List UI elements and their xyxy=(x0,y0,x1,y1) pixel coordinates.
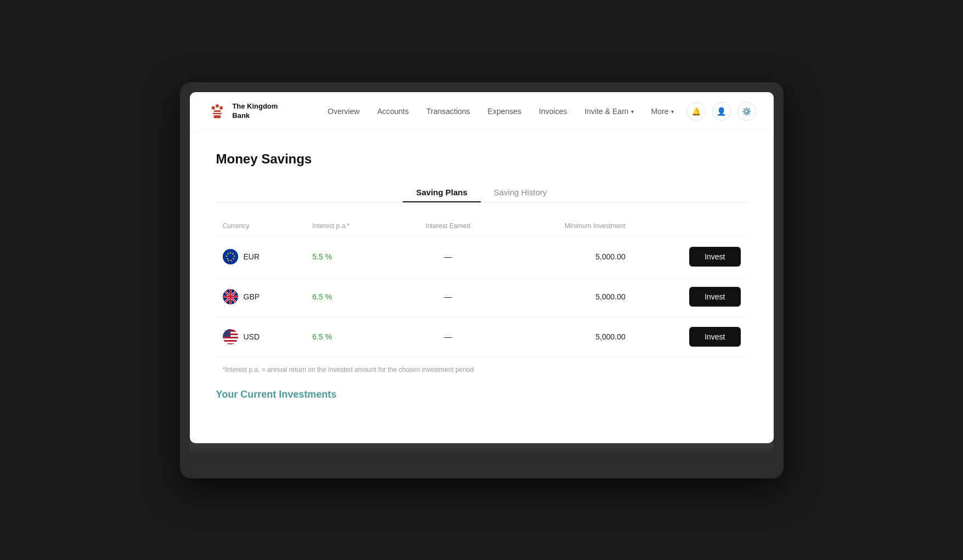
svg-point-9 xyxy=(232,253,233,254)
currency-cell-usd: USD xyxy=(216,316,306,357)
table-row: GBP 6.5 % — 5,000.00 Invest xyxy=(216,276,747,316)
svg-point-13 xyxy=(228,259,229,261)
action-gbp: Invest xyxy=(632,276,747,316)
col-interest-earned: Interest Earned xyxy=(396,218,500,237)
settings-button[interactable]: ⚙️ xyxy=(737,102,756,121)
svg-point-14 xyxy=(227,258,228,259)
navbar: The Kingdom Bank Overview Accounts Trans… xyxy=(190,92,774,132)
chevron-down-icon: ▾ xyxy=(631,109,634,115)
table-row: USD 6.5 % — 5,000.00 Invest xyxy=(216,316,747,357)
chevron-down-icon: ▾ xyxy=(671,109,674,115)
svg-rect-29 xyxy=(223,338,238,340)
min-investment-usd: 5,000.00 xyxy=(500,316,632,357)
svg-point-12 xyxy=(230,259,232,261)
user-icon: 👤 xyxy=(717,107,726,116)
nav-links: Overview Accounts Transactions Expenses … xyxy=(319,103,682,120)
interest-earned-eur: — xyxy=(396,236,500,276)
currency-name-gbp: GBP xyxy=(244,292,260,301)
interest-rate-gbp: 6.5 % xyxy=(306,276,396,316)
nav-invite-earn[interactable]: Invite & Earn ▾ xyxy=(576,103,642,120)
svg-rect-1 xyxy=(216,104,218,107)
usd-flag-icon xyxy=(223,329,238,344)
invest-button-eur[interactable]: Invest xyxy=(689,247,740,267)
nav-expenses[interactable]: Expenses xyxy=(479,103,530,120)
svg-point-10 xyxy=(233,255,234,256)
nav-icons: 🔔 👤 ⚙️ xyxy=(687,102,756,121)
tabs-container: Saving Plans Saving History xyxy=(216,182,747,202)
col-action xyxy=(632,218,747,237)
currency-cell-eur: EUR xyxy=(216,236,306,276)
eur-flag-icon xyxy=(223,249,238,264)
svg-point-7 xyxy=(223,249,238,264)
nav-overview[interactable]: Overview xyxy=(319,103,368,120)
svg-rect-30 xyxy=(223,342,238,343)
logo-text: The Kingdom Bank xyxy=(232,102,297,121)
table-footnote: *Interest p.a. = annual return on the in… xyxy=(216,366,747,374)
tab-saving-history[interactable]: Saving History xyxy=(481,182,560,202)
notification-button[interactable]: 🔔 xyxy=(687,102,706,121)
svg-point-8 xyxy=(229,252,230,253)
table-row: EUR 5.5 % — 5,000.00 Invest xyxy=(216,236,747,276)
gear-icon: ⚙️ xyxy=(742,107,751,116)
flag-gbp xyxy=(223,289,238,304)
svg-rect-2 xyxy=(212,106,215,109)
interest-rate-usd: 6.5 % xyxy=(306,316,396,357)
min-investment-gbp: 5,000.00 xyxy=(500,276,632,316)
current-investments-title: Your Current Investments xyxy=(216,389,747,400)
currency-name-eur: EUR xyxy=(244,252,260,261)
screen: The Kingdom Bank Overview Accounts Trans… xyxy=(190,92,774,443)
svg-rect-3 xyxy=(219,106,222,109)
svg-point-16 xyxy=(227,253,228,254)
col-currency: Currency xyxy=(216,218,306,237)
svg-rect-4 xyxy=(213,110,221,112)
action-eur: Invest xyxy=(632,236,747,276)
interest-earned-usd: — xyxy=(396,316,500,357)
laptop-bottom xyxy=(190,443,774,456)
savings-table: Currency Interest p.a.* Interest Earned … xyxy=(216,218,747,357)
logo-icon xyxy=(207,101,227,121)
svg-point-15 xyxy=(226,255,227,256)
svg-point-11 xyxy=(233,258,234,259)
action-usd: Invest xyxy=(632,316,747,357)
svg-rect-6 xyxy=(213,115,221,118)
nav-accounts[interactable]: Accounts xyxy=(368,103,418,120)
tab-saving-plans[interactable]: Saving Plans xyxy=(403,182,480,202)
col-interest-pa: Interest p.a.* xyxy=(306,218,396,237)
gbp-flag-icon xyxy=(223,289,238,304)
invest-button-usd[interactable]: Invest xyxy=(689,327,740,347)
nav-more[interactable]: More ▾ xyxy=(643,103,683,120)
laptop-frame: The Kingdom Bank Overview Accounts Trans… xyxy=(180,82,784,478)
bell-icon: 🔔 xyxy=(691,107,701,116)
svg-rect-25 xyxy=(223,296,238,297)
profile-button[interactable]: 👤 xyxy=(712,102,731,121)
nav-invoices[interactable]: Invoices xyxy=(530,103,576,120)
min-investment-eur: 5,000.00 xyxy=(500,236,632,276)
invest-button-gbp[interactable]: Invest xyxy=(689,287,740,307)
flag-usd xyxy=(223,329,238,344)
currency-name-usd: USD xyxy=(244,332,260,341)
main-content: Money Savings Saving Plans Saving Histor… xyxy=(190,132,774,420)
interest-earned-gbp: — xyxy=(396,276,500,316)
svg-rect-31 xyxy=(223,329,230,337)
flag-eur xyxy=(223,249,238,264)
logo-area[interactable]: The Kingdom Bank xyxy=(207,101,297,121)
svg-rect-5 xyxy=(212,113,221,115)
nav-transactions[interactable]: Transactions xyxy=(418,103,479,120)
col-min-investment: Minimum Investment xyxy=(500,218,632,237)
interest-rate-eur: 5.5 % xyxy=(306,236,396,276)
currency-cell-gbp: GBP xyxy=(216,276,306,316)
page-title: Money Savings xyxy=(216,151,747,167)
